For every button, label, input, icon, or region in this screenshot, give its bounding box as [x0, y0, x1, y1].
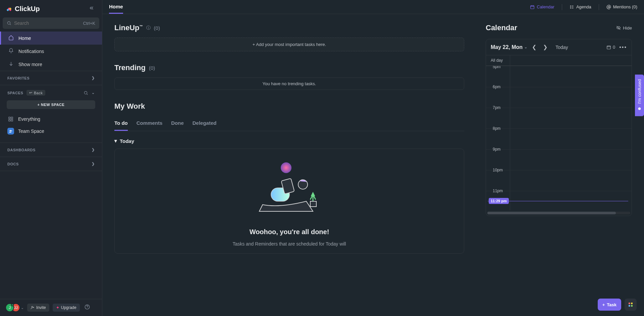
today-toggle[interactable]: ▾ Today — [114, 138, 464, 144]
brand-text: ClickUp — [15, 5, 40, 13]
svg-rect-10 — [531, 5, 534, 8]
back-pill[interactable]: ↩ Back — [26, 90, 45, 96]
search-shortcut: Ctrl+K — [83, 21, 95, 26]
svg-rect-21 — [629, 303, 630, 304]
invite-button[interactable]: Invite — [27, 304, 49, 312]
topbar: Home Calendar Agenda Mentions (0) — [102, 0, 644, 14]
svg-point-8 — [32, 306, 33, 308]
relax-illustration — [253, 161, 326, 215]
hour-label: 11pm — [493, 189, 503, 193]
lineup-title: LineUp™ — [114, 23, 143, 32]
hour-label: 8pm — [493, 126, 500, 131]
apps-icon — [628, 302, 633, 307]
favorites-section[interactable]: FAVORITES ❯ — [0, 71, 102, 85]
today-empty-card: Woohoo, you're all done! Tasks and Remin… — [114, 149, 464, 254]
feedback-icon: ☻ — [637, 106, 642, 111]
avatar-dropdown-icon[interactable]: ⌄ — [21, 306, 24, 310]
calendar-date-picker[interactable]: May 22, Mon ⌄ — [491, 44, 527, 50]
svg-point-7 — [11, 130, 12, 131]
svg-point-6 — [10, 130, 11, 131]
search-input[interactable]: Ctrl+K — [3, 17, 99, 29]
svg-rect-5 — [9, 119, 10, 121]
logo[interactable]: ClickUp — [5, 5, 40, 13]
calendar-scrollbar[interactable] — [487, 212, 630, 214]
docs-label: DOCS — [7, 162, 19, 166]
svg-rect-19 — [310, 201, 316, 207]
empty-text: Tasks and Reminders that are scheduled f… — [121, 241, 457, 247]
prev-day-button[interactable]: ❮ — [530, 43, 538, 52]
space-team[interactable]: Team Space — [0, 125, 102, 137]
new-space-button[interactable]: + NEW SPACE — [7, 100, 95, 109]
main-content: LineUp™ ⓘ (0) + Add your most important … — [102, 14, 476, 316]
info-icon[interactable]: ⓘ — [146, 25, 151, 31]
logo-icon — [5, 5, 13, 12]
everything-label: Everything — [18, 116, 40, 122]
all-day-label: All day — [486, 55, 510, 66]
search-icon — [7, 21, 11, 25]
new-task-button[interactable]: + Task — [598, 299, 621, 311]
lineup-add-placeholder[interactable]: + Add your most important tasks here. — [114, 38, 464, 51]
svg-point-11 — [570, 5, 571, 6]
hide-calendar-button[interactable]: Hide — [616, 25, 632, 31]
apps-button[interactable] — [625, 299, 637, 311]
help-icon[interactable] — [85, 304, 90, 311]
svg-point-15 — [281, 162, 291, 173]
mywork-title: My Work — [114, 102, 145, 111]
docs-section[interactable]: DOCS ❯ — [0, 157, 102, 171]
spaces-section[interactable]: SPACES ↩ Back ⌄ — [0, 85, 102, 100]
tab-comments[interactable]: Comments — [137, 116, 163, 131]
svg-rect-2 — [9, 117, 10, 119]
avatar[interactable]: J — [5, 303, 14, 312]
everything-icon — [7, 116, 14, 122]
tab-delegated[interactable]: Delegated — [193, 116, 217, 131]
tab-todo[interactable]: To do — [114, 116, 128, 131]
calendar-panel: Calendar Hide May 22, Mon ⌄ ❮ ❯ Today — [476, 14, 644, 316]
current-time-line — [488, 201, 628, 201]
dashboards-section[interactable]: DASHBOARDS ❯ — [0, 143, 102, 157]
user-avatars[interactable]: J JJ — [5, 303, 17, 312]
calendar-more-icon[interactable]: ••• — [619, 44, 627, 50]
svg-rect-3 — [11, 117, 13, 119]
space-everything[interactable]: Everything — [0, 113, 102, 125]
upgrade-button[interactable]: ✦ Upgrade — [53, 304, 80, 312]
caret-down-icon: ▾ — [114, 138, 117, 144]
confused-feedback-button[interactable]: ☻ I'm confused — [635, 74, 644, 116]
empty-heading: Woohoo, you're all done! — [121, 228, 457, 236]
nav-notifications[interactable]: Notifications — [0, 45, 102, 58]
calendar-count[interactable]: 0 — [606, 45, 615, 50]
team-space-icon — [7, 128, 14, 135]
topbar-home[interactable]: Home — [109, 0, 123, 14]
nav-show-more[interactable]: Show more — [0, 58, 102, 71]
chevron-right-icon: ❯ — [92, 162, 95, 166]
trending-count: (0) — [149, 65, 155, 71]
calendar-title: Calendar — [486, 23, 517, 32]
arrow-down-icon — [8, 61, 14, 67]
dashboards-label: DASHBOARDS — [7, 148, 36, 152]
svg-point-12 — [570, 7, 571, 7]
svg-rect-4 — [11, 119, 13, 121]
invite-icon — [31, 306, 35, 310]
topbar-mentions[interactable]: Mentions (0) — [606, 4, 637, 9]
search-field[interactable] — [14, 20, 80, 26]
today-button[interactable]: Today — [555, 45, 568, 50]
topbar-calendar[interactable]: Calendar — [530, 4, 554, 9]
all-day-slot[interactable] — [510, 55, 632, 66]
chevron-down-icon[interactable]: ⌄ — [92, 91, 95, 95]
next-day-button[interactable]: ❯ — [541, 43, 549, 52]
bell-icon — [8, 48, 14, 54]
search-spaces-icon[interactable] — [84, 91, 88, 95]
svg-point-0 — [7, 21, 10, 24]
sidebar: ClickUp Ctrl+K Home Notifications Show m… — [0, 0, 102, 316]
current-time-pill: 11:29 pm — [489, 198, 509, 204]
tab-done[interactable]: Done — [171, 116, 184, 131]
calendar-grid[interactable]: 5pm 6pm 7pm 8pm 9pm 10pm 11pm 11:29 pm — [486, 66, 632, 210]
hour-label: 6pm — [493, 85, 500, 89]
home-icon — [8, 35, 14, 41]
collapse-sidebar-icon[interactable] — [87, 3, 97, 14]
svg-point-13 — [570, 8, 571, 8]
nav-home[interactable]: Home — [0, 32, 102, 45]
hour-label: 9pm — [493, 147, 500, 152]
svg-point-1 — [84, 91, 87, 94]
topbar-agenda[interactable]: Agenda — [570, 4, 591, 9]
spaces-label: SPACES — [7, 91, 23, 95]
